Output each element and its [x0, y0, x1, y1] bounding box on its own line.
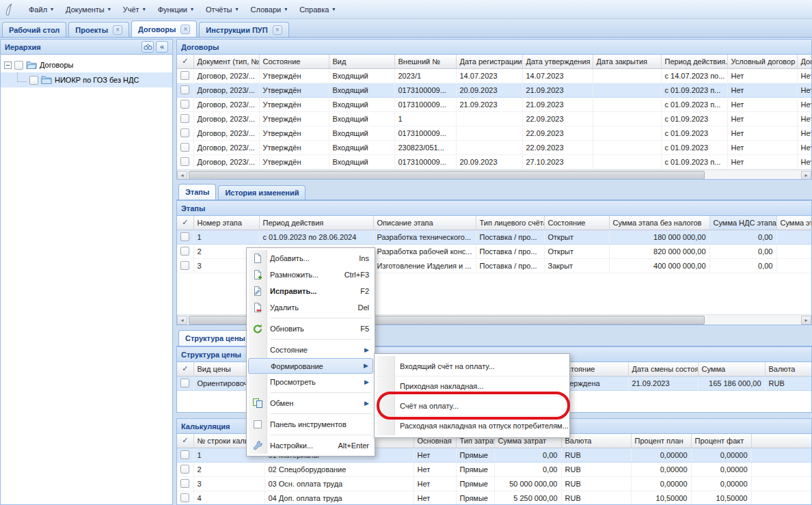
subtab[interactable]: История изменений [218, 185, 306, 200]
context-menu-item[interactable]: Размножить...Ctrl+F3 [248, 267, 373, 283]
table-row[interactable]: Договор, 2023/...УтверждёнВходящий2023/1… [177, 68, 811, 83]
submenu-item[interactable]: Расходная накладная на отпуск потребител… [376, 415, 568, 435]
menubar-item[interactable]: Отчёты▾ [200, 3, 244, 16]
tab-close-icon[interactable]: × [113, 25, 122, 35]
menubar-item[interactable]: Документы▾ [59, 3, 117, 16]
column-header[interactable]: Состояние [259, 55, 329, 68]
tree-node-child[interactable]: НИОКР по ГОЗ без НДС [1, 72, 172, 87]
column-header[interactable]: Процент план [631, 434, 691, 448]
tree-node-checkbox[interactable] [14, 61, 23, 70]
table-row[interactable]: Договор, 2023/...УтверждёнВходящий1 22.0… [177, 111, 811, 126]
row-checkbox[interactable] [180, 114, 189, 123]
column-header[interactable]: Дата смены состояния [628, 362, 698, 376]
menubar-item[interactable]: Учёт▾ [117, 3, 152, 16]
column-header[interactable]: Описание этапа [373, 216, 476, 230]
column-header[interactable]: Сумма НДС этапа [709, 216, 776, 230]
table-row[interactable]: Договор, 2023/...УтверждёнВходящий017310… [177, 83, 811, 97]
row-checkbox[interactable] [180, 379, 189, 387]
row-checkbox[interactable] [180, 71, 189, 80]
scroll-right-icon[interactable]: ▸ [801, 171, 811, 180]
row-checkbox[interactable] [180, 100, 189, 109]
column-header[interactable]: Договор [797, 55, 811, 68]
collapse-node-icon[interactable] [4, 62, 12, 69]
table-row[interactable]: Договор, 2023/...УтверждёнВходящий230823… [177, 140, 811, 154]
menubar-item[interactable]: Справка▾ [293, 3, 341, 16]
contracts-hscrollbar[interactable]: ◂ ▸ [177, 169, 811, 180]
row-checkbox[interactable] [180, 143, 189, 152]
column-header[interactable] [751, 434, 811, 448]
menubar-item[interactable]: Словари▾ [244, 3, 293, 16]
column-header[interactable]: Внешний № [394, 55, 456, 68]
column-header[interactable]: Дата закрытия [593, 55, 661, 68]
main-tab[interactable]: Рабочий стол [2, 22, 66, 37]
row-checkbox[interactable] [180, 479, 189, 488]
submenu-item[interactable]: Приходная накладная... [376, 376, 568, 396]
column-header[interactable]: Номер этапа [193, 216, 259, 230]
column-header[interactable]: Условный договор [727, 55, 797, 68]
table-row[interactable]: Договор, 2023/...УтверждёнВходящий017310… [177, 97, 811, 111]
context-menu-item[interactable]: Исправить...F2 [248, 283, 373, 299]
context-menu-item[interactable]: Формирование▶ [248, 358, 373, 374]
table-row[interactable]: Договор, 2023/...УтверждёнВходящий017310… [177, 126, 811, 140]
tab-close-icon[interactable]: × [273, 25, 282, 35]
select-all-header[interactable]: ✓ [177, 216, 193, 230]
submenu-item[interactable]: Счёт на оплату... [376, 396, 568, 415]
row-checkbox[interactable] [180, 157, 189, 166]
row-checkbox[interactable] [180, 85, 189, 94]
column-header[interactable]: Дата утверждения [522, 55, 593, 68]
table-row[interactable]: 202 СпецоборудованиеНетПрямые0,00RUB0,00… [177, 462, 811, 476]
column-header[interactable]: Сумма [698, 362, 765, 376]
main-tab[interactable]: Инструкции ПУП× [199, 22, 288, 37]
row-checkbox[interactable] [180, 247, 189, 256]
subtab[interactable]: Структура цены [178, 330, 252, 346]
row-checkbox[interactable] [180, 128, 189, 137]
row-checkbox[interactable] [180, 232, 189, 241]
context-menu-item[interactable]: Добавить...Ins [248, 250, 373, 267]
column-header[interactable]: Тип лицевого счёта [476, 216, 544, 230]
scroll-right-icon[interactable]: ▸ [801, 316, 811, 325]
main-tab[interactable]: Договоры× [131, 21, 197, 37]
column-header[interactable]: Процент факт [691, 434, 751, 448]
context-menu-item[interactable]: УдалитьDel [248, 299, 373, 316]
menubar-item[interactable]: Файл▾ [23, 3, 59, 16]
column-header[interactable]: Состояние [544, 216, 609, 230]
context-menu-item[interactable]: ОбновитьF5 [248, 320, 373, 337]
column-header[interactable]: Сумма этапа без налогов [609, 216, 709, 230]
column-header[interactable]: Валюта [765, 362, 811, 376]
context-menu-item[interactable]: Панель инструментов [248, 416, 373, 433]
column-header[interactable]: Валюта [561, 434, 631, 448]
search-binoculars-icon[interactable] [141, 41, 154, 53]
scrollbar-thumb[interactable] [189, 171, 705, 180]
select-all-header[interactable]: ✓ [177, 362, 193, 376]
menubar-item[interactable]: Функции▾ [152, 3, 200, 16]
subtab[interactable]: Этапы [178, 184, 216, 200]
tree-node-root[interactable]: Договоры [1, 57, 172, 72]
column-header[interactable]: Сумма этапа [776, 216, 811, 230]
row-checkbox[interactable] [180, 493, 189, 502]
scroll-left-icon[interactable]: ◂ [177, 171, 187, 180]
context-menu-item[interactable]: Настройки...Alt+Enter [248, 437, 373, 454]
column-header[interactable]: Период действия.. [661, 55, 727, 68]
context-menu-item[interactable]: Состояние▶ [248, 342, 373, 358]
column-header[interactable]: Документ (тип, № [193, 55, 259, 68]
row-checkbox[interactable] [180, 450, 189, 459]
column-header[interactable]: Период действия [259, 216, 373, 230]
row-checkbox[interactable] [180, 465, 189, 474]
table-row[interactable]: 1с 01.09.2023 по 28.06.2024Разработка те… [177, 230, 811, 244]
table-row[interactable]: Договор, 2023/...УтверждёнВходящий017310… [177, 154, 811, 169]
context-menu-item[interactable]: Просмотреть▶ [248, 374, 373, 390]
context-menu-item[interactable]: Обмен▶ [248, 395, 373, 411]
row-checkbox[interactable] [180, 261, 189, 270]
select-all-header[interactable]: ✓ [177, 55, 193, 68]
submenu-item[interactable]: Входящий счёт на оплату... [376, 356, 568, 376]
collapse-panel-icon[interactable]: « [156, 41, 168, 53]
table-row[interactable]: 404 Доп. оплата трудаНетПрямые5 250 000,… [177, 491, 811, 505]
scroll-left-icon[interactable]: ◂ [177, 316, 187, 325]
table-row[interactable]: 303 Осн. оплата трудаНетПрямые50 000 000… [177, 476, 811, 491]
column-header[interactable]: Дата регистрации. [456, 55, 522, 68]
tab-close-icon[interactable]: × [180, 25, 190, 34]
column-header[interactable]: Вид [329, 55, 394, 68]
tree-node-checkbox[interactable] [29, 76, 38, 85]
main-tab[interactable]: Проекты× [68, 22, 129, 37]
select-all-header[interactable]: ✓ [177, 434, 193, 448]
